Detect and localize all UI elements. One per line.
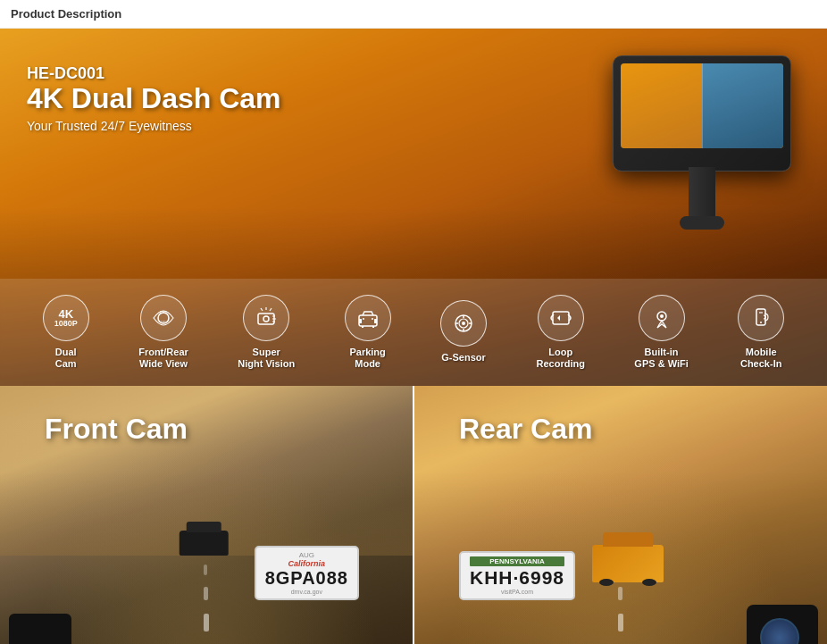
front-license-plate: AUG California 8GPA088 dmv.ca.gov [255,546,359,600]
g-sensor-icon-circle [440,300,487,347]
feature-loop-recording-label: LoopRecording [537,347,585,370]
dashcam-corner-device-right [747,605,818,644]
loop-recording-icon [549,306,572,330]
feature-night-vision-label: SuperNight Vision [238,347,295,370]
gps-icon [650,306,673,330]
feature-parking-mode-label: ParkingMode [349,347,385,370]
night-vision-icon [255,306,278,330]
dual-cam-section: AUG California 8GPA088 dmv.ca.gov Front … [0,386,827,644]
feature-wide-view-label: Front/RearWide View [138,347,188,370]
front-plate-bottom: dmv.ca.gov [265,589,348,595]
resolution-4k: 4K [58,308,73,320]
rear-plate-bottom: visitPA.com [470,589,564,595]
front-plate-number: 8GPA088 [265,568,348,589]
feature-dual-cam-label: DualCam [55,347,77,370]
svg-rect-6 [359,319,362,323]
feature-wide-view: 170° 140° Front/RearWide View [138,295,188,370]
wide-view-icon-circle: 170° 140° [140,295,187,341]
svg-text:170°: 170° [160,310,168,314]
feature-loop-recording: LoopRecording [537,295,585,370]
product-subtitle: Your Trusted 24/7 Eyewitness [27,119,281,133]
feature-gps-wifi-label: Built-inGPS & WiFi [634,347,688,370]
rear-car-roof [603,532,653,547]
rear-car-body [592,545,664,582]
hero-banner: HE-DC001 4K Dual Dash Cam Your Trusted 2… [0,29,827,386]
wide-angle-icon: 170° 140° [152,306,175,330]
feature-night-vision: SuperNight Vision [238,295,295,370]
plate-aug: AUG [265,551,348,559]
dashcam-suction-cup [680,216,724,230]
rear-plate-number: KHH·6998 [470,567,564,589]
road-line [618,614,623,631]
dashcam-screen [621,63,783,148]
road-line [618,587,622,600]
plate-state-pa: PENNSYLVANIA [470,556,564,566]
front-cam-panel: AUG California 8GPA088 dmv.ca.gov Front … [0,386,414,644]
rear-cam-panel: PENNSYLVANIA KHH·6998 visitPA.com Rear C… [414,386,827,644]
loop-recording-icon-circle [538,295,584,341]
product-model: HE-DC001 [27,64,281,83]
mobile-icon [749,306,773,330]
screen-right [702,63,784,148]
dashcam-body [613,55,791,171]
svg-point-8 [363,318,364,320]
hero-text: HE-DC001 4K Dual Dash Cam Your Trusted 2… [27,64,281,133]
rear-car-wheel-right [642,579,656,586]
product-title: 4K Dual Dash Cam [27,83,281,114]
rear-cam-label: Rear Cam [459,413,592,446]
feature-g-sensor-label: G-Sensor [441,352,486,364]
features-bar: 4K 1080P DualCam 170° 140° Front/RearWid… [0,279,827,386]
front-car-body [180,531,229,556]
screen-left [621,63,702,148]
svg-point-9 [372,318,373,320]
rear-road-lines [607,386,634,644]
svg-rect-3 [258,314,274,324]
svg-point-17 [760,322,762,323]
section-header: Product Description [0,0,827,29]
road-line [204,614,209,631]
feature-mobile-checkin-label: MobileCheck-In [740,347,781,370]
feature-gps-wifi: Built-inGPS & WiFi [634,295,688,370]
svg-rect-7 [374,319,377,323]
svg-point-15 [660,314,664,318]
mobile-checkin-icon-circle [738,295,784,341]
svg-point-12 [462,322,465,325]
road-line [204,587,208,600]
front-car-roof [187,522,221,532]
feature-dual-cam: 4K 1080P DualCam [43,295,89,370]
plate-state-california: California [265,559,348,568]
road-line [204,565,207,575]
dual-cam-badge: 4K 1080P [43,295,89,341]
night-vision-icon-circle [243,295,289,341]
feature-g-sensor: G-Sensor [440,300,487,364]
dashcam-corner-device-left [9,614,71,644]
dashcam-device [416,55,791,288]
feature-parking-mode: ParkingMode [345,295,391,370]
front-cam-label: Front Cam [45,413,188,446]
rear-license-plate: PENNSYLVANIA KHH·6998 visitPA.com [459,551,575,600]
parking-mode-icon-circle [345,295,391,341]
feature-mobile-checkin: MobileCheck-In [738,295,784,370]
g-sensor-icon [452,312,475,335]
dashcam-mount [689,167,715,221]
resolution-1080p: 1080P [54,320,78,328]
svg-point-4 [263,316,269,322]
gps-wifi-icon-circle [639,295,685,341]
parking-icon [356,306,380,330]
rear-car-wheel-left [599,579,614,586]
svg-rect-13 [553,312,569,324]
svg-text:140°: 140° [160,321,167,324]
